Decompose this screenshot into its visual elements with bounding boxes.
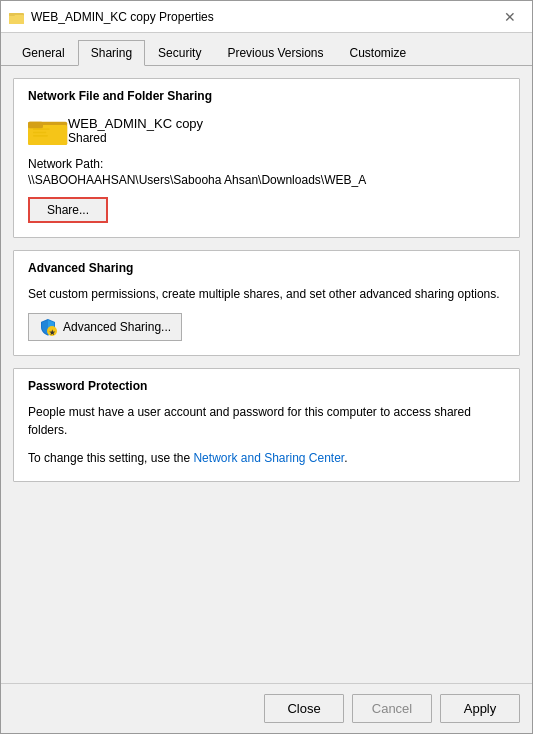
apply-button[interactable]: Apply bbox=[440, 694, 520, 723]
tab-previous-versions[interactable]: Previous Versions bbox=[214, 40, 336, 66]
tab-general[interactable]: General bbox=[9, 40, 78, 66]
shield-icon: ★ bbox=[39, 318, 57, 336]
password-link-line: To change this setting, use the Network … bbox=[28, 449, 505, 467]
close-button[interactable]: ✕ bbox=[496, 3, 524, 31]
properties-window: WEB_ADMIN_KC copy Properties ✕ General S… bbox=[0, 0, 533, 734]
folder-info: WEB_ADMIN_KC copy Shared bbox=[68, 116, 203, 145]
close-footer-button[interactable]: Close bbox=[264, 694, 344, 723]
svg-text:★: ★ bbox=[49, 329, 56, 336]
advanced-sharing-button[interactable]: ★ Advanced Sharing... bbox=[28, 313, 182, 341]
svg-rect-1 bbox=[9, 15, 24, 24]
share-button[interactable]: Share... bbox=[28, 197, 108, 223]
password-protection-section: Password Protection People must have a u… bbox=[13, 368, 520, 482]
tab-customize[interactable]: Customize bbox=[336, 40, 419, 66]
advanced-sharing-section: Advanced Sharing Set custom permissions,… bbox=[13, 250, 520, 356]
folder-row: WEB_ADMIN_KC copy Shared bbox=[28, 113, 505, 147]
main-content: Network File and Folder Sharing WEB_ADMI… bbox=[1, 66, 532, 683]
tab-security[interactable]: Security bbox=[145, 40, 214, 66]
network-path-value: \\SABOOHAAHSAN\Users\Sabooha Ahsan\Downl… bbox=[28, 173, 505, 187]
tabs-bar: General Sharing Security Previous Versio… bbox=[1, 33, 532, 66]
title-bar: WEB_ADMIN_KC copy Properties ✕ bbox=[1, 1, 532, 33]
title-bar-folder-icon bbox=[9, 9, 25, 25]
svg-rect-8 bbox=[33, 135, 48, 137]
svg-rect-6 bbox=[33, 128, 50, 130]
password-link-prefix: To change this setting, use the bbox=[28, 451, 193, 465]
svg-rect-7 bbox=[33, 132, 46, 134]
folder-status: Shared bbox=[68, 131, 203, 145]
network-path-label: Network Path: bbox=[28, 157, 505, 171]
password-desc: People must have a user account and pass… bbox=[28, 403, 505, 439]
password-link-suffix: . bbox=[344, 451, 347, 465]
tab-sharing[interactable]: Sharing bbox=[78, 40, 145, 66]
advanced-sharing-button-label: Advanced Sharing... bbox=[63, 320, 171, 334]
cancel-button[interactable]: Cancel bbox=[352, 694, 432, 723]
folder-icon bbox=[28, 113, 68, 147]
advanced-sharing-desc: Set custom permissions, create multiple … bbox=[28, 285, 505, 303]
network-sharing-center-link[interactable]: Network and Sharing Center bbox=[193, 451, 344, 465]
network-file-folder-section: Network File and Folder Sharing WEB_ADMI… bbox=[13, 78, 520, 238]
password-protection-title: Password Protection bbox=[28, 379, 505, 393]
network-section-title: Network File and Folder Sharing bbox=[28, 89, 505, 103]
advanced-sharing-title: Advanced Sharing bbox=[28, 261, 505, 275]
footer: Close Cancel Apply bbox=[1, 683, 532, 733]
svg-rect-2 bbox=[9, 13, 15, 16]
title-bar-text: WEB_ADMIN_KC copy Properties bbox=[31, 10, 496, 24]
folder-name: WEB_ADMIN_KC copy bbox=[68, 116, 203, 131]
svg-rect-5 bbox=[28, 122, 43, 129]
